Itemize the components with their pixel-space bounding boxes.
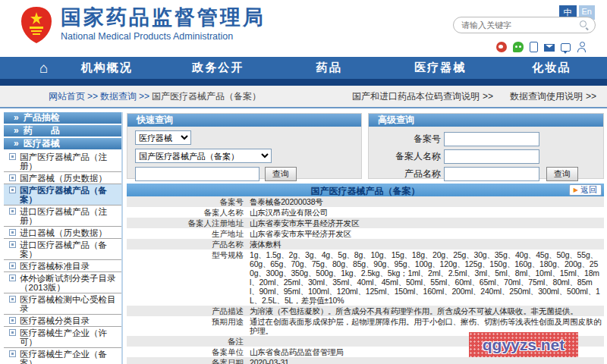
sidebar-item-9[interactable]: 医疗器械标准目录 xyxy=(4,260,121,272)
sidebar-item-label: 医疗器械生产企业（许可） xyxy=(20,328,120,347)
sidebar-item-label: 国产医疗器械产品（备案） xyxy=(20,185,120,204)
detail-row-label: 备案人注册地址 xyxy=(127,218,250,228)
advanced-query-body: 备案号备案人名称产品名称查询 xyxy=(369,132,603,181)
sidebar-header-2[interactable]: »医疗器械 xyxy=(4,138,121,149)
advanced-field-input-1[interactable] xyxy=(444,149,539,164)
search-icon[interactable] xyxy=(580,20,589,30)
detail-row-label: 预期用途 xyxy=(127,316,250,336)
breadcrumb-current: 国产医疗器械产品（备案） xyxy=(152,91,261,102)
detail-row-value: 液体敷料 xyxy=(250,239,604,249)
advanced-field-input-2[interactable] xyxy=(444,167,539,181)
list-box-icon xyxy=(9,275,16,281)
detail-row-label: 备案日期 xyxy=(127,357,250,364)
nav-item-1[interactable]: 机构概况 xyxy=(51,61,162,75)
quick-query-body: 医疗器械 国产医疗器械产品（备案） 查询 xyxy=(127,130,361,181)
breadcrumb-link-2[interactable]: 数据查询 xyxy=(100,91,137,102)
breadcrumb-link-1[interactable]: 网站首页 xyxy=(49,91,85,102)
back-button-label: 返回 xyxy=(580,184,597,196)
detail-row-value: 鲁泰械备20200038号 xyxy=(250,196,604,207)
table-row: 产品名称液体敷料 xyxy=(127,239,604,249)
sidebar-item-label: 医疗器械分类目录 xyxy=(20,315,90,325)
advanced-search-button[interactable]: 查询 xyxy=(546,167,578,181)
watermark: qgyyzs.net xyxy=(469,332,578,357)
list-box-icon xyxy=(9,329,16,336)
sidebar-item-13[interactable]: 医疗器械生产企业（许可） xyxy=(4,327,121,348)
quick-query-title: 快速查询 xyxy=(127,114,361,127)
sidebar-item-4[interactable]: 国产器械（历史数据） xyxy=(4,172,121,184)
help-link-2[interactable]: 数据查询使用说明 xyxy=(510,91,583,102)
list-box-icon xyxy=(9,187,16,193)
breadcrumb: 网站首页>>数据查询>>国产医疗器械产品（备案） 国产和进口药品本位码查询说明>… xyxy=(0,86,607,107)
advanced-query-panel: 高级查询 备案号备案人名称产品名称查询 xyxy=(368,113,604,179)
category-select[interactable]: 医疗器械 xyxy=(135,130,191,145)
advanced-field-row: 备案人名称 xyxy=(369,149,603,164)
content: 快速查询 医疗器械 国产医疗器械产品（备案） 查询 高级查询 备案号备案人名称产… xyxy=(126,112,605,364)
sidebar-item-6[interactable]: 进口医疗器械产品（注册） xyxy=(4,206,121,227)
list-box-icon xyxy=(9,229,16,236)
sidebar-item-7[interactable]: 进口器械（历史数据） xyxy=(4,227,121,239)
message-icon[interactable] xyxy=(561,43,571,52)
sidebar-item-label: 医疗器械生产企业（备案） xyxy=(20,349,120,364)
sidebar-item-10[interactable]: 体外诊断试剂分类子目录（2013版） xyxy=(4,272,121,293)
sidebar-header-1[interactable]: »药 品 xyxy=(4,125,121,136)
advanced-field-label: 产品名称 xyxy=(369,168,441,180)
detail-row-value: 为溶液（不包括凝胶）。所含成分不具有药理学作用。所含成分不可被人体吸收。非无菌提… xyxy=(250,306,604,316)
user-icon[interactable] xyxy=(577,42,587,52)
help-link-1[interactable]: 国产和进口药品本位码查询说明 xyxy=(352,91,480,102)
page: 国家药品监督管理局 National Medical Products Admi… xyxy=(0,0,607,364)
table-row: 备案人注册地址山东省泰安市东平县经济开发区 xyxy=(127,218,604,228)
site-titles: 国家药品监督管理局 National Medical Products Admi… xyxy=(61,6,266,42)
mail-icon[interactable] xyxy=(544,44,555,52)
sidebar-item-8[interactable]: 进口医疗器械产品（备案） xyxy=(4,239,121,260)
mobile-icon[interactable] xyxy=(530,42,538,52)
sidebar-item-label: 国产器械（历史数据） xyxy=(20,173,107,183)
sidebar-item-label: 药 品 xyxy=(24,124,60,137)
advanced-query-title: 高级查询 xyxy=(369,114,603,127)
nav-item-4[interactable]: 医疗器械 xyxy=(385,61,496,75)
wechat-icon[interactable] xyxy=(513,42,524,52)
sidebar-header-0[interactable]: »产品抽检 xyxy=(4,112,121,124)
site-header: 国家药品监督管理局 National Medical Products Admi… xyxy=(0,0,607,57)
advanced-field-label: 备案人名称 xyxy=(369,150,441,163)
back-button[interactable]: ▶ 返回 xyxy=(569,184,602,196)
weibo-icon[interactable] xyxy=(496,42,507,52)
nav-item-2[interactable]: 政务公开 xyxy=(162,61,274,75)
help-link-separator: >> xyxy=(483,91,493,102)
search-input[interactable] xyxy=(460,20,580,30)
national-emblem-logo xyxy=(20,6,53,44)
social-icons xyxy=(490,42,587,52)
sidebar-item-label: 国产医疗器械产品（注册） xyxy=(20,152,120,171)
sidebar-item-3[interactable]: 国产医疗器械产品（注册） xyxy=(4,151,121,172)
nav-item-5[interactable]: 化妆品 xyxy=(495,61,607,75)
advanced-field-input-0[interactable] xyxy=(444,132,539,146)
advanced-field-row: 产品名称查询 xyxy=(369,167,603,181)
double-chevron-icon: » xyxy=(14,138,19,149)
help-link-separator: >> xyxy=(586,91,596,102)
home-icon[interactable]: ⌂ xyxy=(39,57,48,79)
quick-keyword-input[interactable] xyxy=(135,167,259,181)
nav-strip xyxy=(0,79,607,86)
sidebar-item-label: 医疗器械标准目录 xyxy=(20,261,90,271)
sidebar-item-12[interactable]: 医疗器械分类目录 xyxy=(4,315,121,327)
sidebar-item-11[interactable]: 医疗器械检测中心受检目录 xyxy=(4,293,121,315)
sidebar-item-label: 医疗器械检测中心受检目录 xyxy=(20,294,120,313)
quick-search-button[interactable]: 查询 xyxy=(265,167,297,181)
sidebar-item-label: 进口医疗器械产品（注册） xyxy=(20,206,120,225)
list-box-icon xyxy=(9,241,16,248)
detail-table-header: 国产医疗器械产品（备案） ▶ 返回 xyxy=(127,184,604,196)
sidebar-item-label: 体外诊断试剂分类子目录（2013版） xyxy=(20,273,120,292)
advanced-field-row: 备案号 xyxy=(369,132,603,146)
detail-row-value: 山东省泰安市东平经济开发区 xyxy=(250,228,604,239)
logo-area: 国家药品监督管理局 National Medical Products Admi… xyxy=(20,6,266,44)
nav-item-3[interactable]: 药品 xyxy=(273,61,385,75)
detail-row-label: 备案单位 xyxy=(127,347,250,357)
list-box-icon xyxy=(9,317,16,324)
sidebar-item-14[interactable]: 医疗器械生产企业（备案） xyxy=(4,348,121,364)
breadcrumb-separator: >> xyxy=(87,91,98,102)
divider-line xyxy=(0,107,607,108)
quick-query-panel: 快速查询 医疗器械 国产医疗器械产品（备案） 查询 xyxy=(127,113,362,179)
type-select[interactable]: 国产医疗器械产品（备案） xyxy=(135,149,272,163)
double-chevron-icon: » xyxy=(14,125,19,136)
detail-row-value: 1g、1.5g、2g、3g、4g、5g、8g、10g、15g、18g、20g、2… xyxy=(250,249,604,306)
sidebar-item-5[interactable]: 国产医疗器械产品（备案） xyxy=(4,184,121,206)
